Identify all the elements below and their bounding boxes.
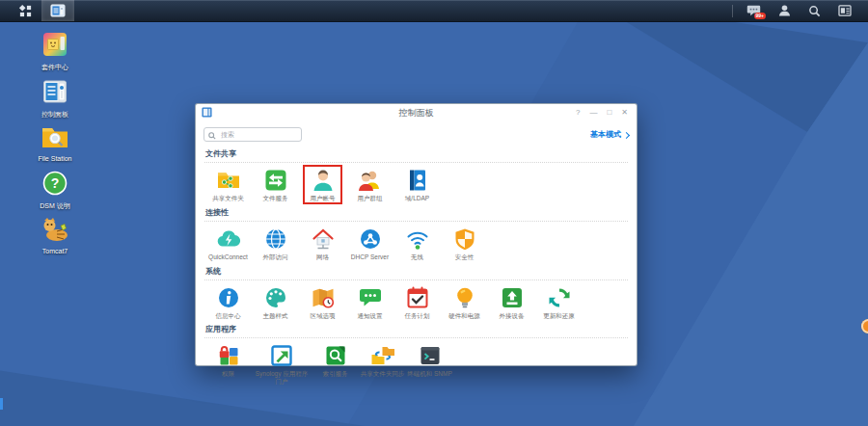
network-icon xyxy=(311,226,336,252)
desktop-icon-column: 套件中心 控制面板 xyxy=(24,31,86,261)
wireless-icon xyxy=(405,226,430,252)
cp-item-hardware-power[interactable]: 硬件和电源 xyxy=(441,285,488,320)
window-title: 控制面板 xyxy=(196,107,637,120)
cp-item-privileges[interactable]: 权限 xyxy=(204,343,252,378)
desktop-icon-label: DSM 说明 xyxy=(40,202,70,210)
regional-options-icon xyxy=(311,285,336,310)
quickconnect-icon xyxy=(216,226,241,252)
cp-item-update-restore[interactable]: 更新和还原 xyxy=(535,285,583,320)
cp-item-security[interactable]: 安全性 xyxy=(441,226,488,261)
desktop-icon-label: 控制面板 xyxy=(41,111,68,119)
shared-folder-icon xyxy=(216,168,241,193)
desktop-icon-label: Tomcat7 xyxy=(42,248,68,255)
desktop-icon-file-station[interactable]: File Station xyxy=(24,124,86,163)
file-station-icon xyxy=(41,124,69,153)
section-header: 文件共享 xyxy=(204,145,628,163)
notification-bubble-icon: 99+ xyxy=(746,4,761,17)
cp-item-terminal-snmp[interactable]: 终端机和 SNMP xyxy=(406,343,453,378)
taskbar: 99+ xyxy=(0,0,868,22)
theme-palette-icon xyxy=(263,285,288,310)
basic-mode-link[interactable]: 基本模式 xyxy=(590,129,629,140)
cp-item-regional-options[interactable]: 区域选项 xyxy=(299,285,346,320)
cp-item-dhcp-server[interactable]: DHCP Server xyxy=(346,226,393,261)
desktop-icon-tomcat7[interactable]: Tomcat7 xyxy=(24,217,86,255)
section-header: 连接性 xyxy=(204,203,628,222)
privileges-lock-icon xyxy=(216,343,241,368)
taskbar-separator xyxy=(732,5,733,17)
user-account-icon xyxy=(311,168,336,193)
external-access-icon xyxy=(263,226,288,252)
section-header: 应用程序 xyxy=(204,320,628,338)
cp-item-domain-ldap[interactable]: 域/LDAP xyxy=(393,168,441,202)
notification-settings-icon xyxy=(358,285,383,310)
desktop-icon-label: File Station xyxy=(38,155,71,163)
cp-item-shared-folder[interactable]: 共享文件夹 xyxy=(204,168,252,202)
chevron-right-icon xyxy=(623,131,630,138)
control-panel-window-icon xyxy=(50,4,66,17)
cp-item-file-services[interactable]: 文件服务 xyxy=(252,168,299,202)
cp-item-application-portal[interactable]: Synology 应用程序门户 xyxy=(252,343,312,386)
search-icon xyxy=(208,126,216,144)
main-menu-icon xyxy=(18,4,33,18)
section-system: 系统 信息中心 xyxy=(204,262,628,321)
close-button[interactable]: ✕ xyxy=(618,106,631,120)
control-panel-content: 文件共享 共享文 xyxy=(196,145,637,388)
control-panel-window: 控制面板 ? — □ ✕ 基本模式 xyxy=(196,104,637,365)
control-panel-icon xyxy=(41,78,68,109)
cp-item-external-devices[interactable]: 外接设备 xyxy=(488,285,535,320)
cp-item-user-account[interactable]: 用户帐号 xyxy=(299,168,346,202)
screen-edge-tab[interactable] xyxy=(0,398,3,410)
cp-item-notification-settings[interactable]: 通知设置 xyxy=(346,285,393,320)
desktop-icon-control-panel[interactable]: 控制面板 xyxy=(24,78,86,119)
folder-sync-icon xyxy=(370,343,395,368)
notification-badge: 99+ xyxy=(754,13,766,19)
help-button[interactable]: ? xyxy=(573,106,583,120)
search-input[interactable] xyxy=(219,130,297,139)
cp-item-info-center[interactable]: 信息中心 xyxy=(204,285,252,320)
cp-item-shared-folder-sync[interactable]: 共享文件夹同步 xyxy=(359,343,406,378)
cp-item-network[interactable]: 网络 xyxy=(299,226,346,261)
section-file-sharing: 文件共享 共享文 xyxy=(204,145,628,203)
file-services-icon xyxy=(263,168,288,193)
cp-item-external-access[interactable]: 外部访问 xyxy=(252,226,299,261)
search-box[interactable] xyxy=(203,127,302,142)
info-center-icon xyxy=(216,285,241,310)
taskbar-app-control-panel-button[interactable] xyxy=(41,0,74,21)
hardware-power-icon xyxy=(452,285,477,310)
cp-item-user-group[interactable]: 用户群组 xyxy=(346,168,393,202)
cp-item-task-scheduler[interactable]: 任务计划 xyxy=(393,285,441,320)
cp-item-indexing-service[interactable]: 索引服务 xyxy=(312,343,359,378)
terminal-icon xyxy=(418,343,443,368)
package-center-icon xyxy=(41,31,68,62)
maximize-button[interactable]: □ xyxy=(604,106,614,120)
user-menu-button[interactable] xyxy=(770,0,800,21)
user-group-icon xyxy=(358,168,383,193)
desktop-icon-package-center[interactable]: 套件中心 xyxy=(24,31,86,71)
section-connectivity: 连接性 QuickConnect xyxy=(204,203,628,262)
widgets-button[interactable] xyxy=(829,0,860,21)
update-restore-icon xyxy=(547,285,572,310)
main-menu-button[interactable] xyxy=(10,0,41,21)
help-icon: ? xyxy=(41,170,68,200)
desktop: 99+ xyxy=(0,0,868,426)
section-applications: 应用程序 权限 xyxy=(204,320,628,386)
minimize-button[interactable]: — xyxy=(586,106,600,120)
external-devices-icon xyxy=(500,285,525,310)
cp-item-wireless[interactable]: 无线 xyxy=(393,226,441,261)
indexing-service-icon xyxy=(323,343,348,368)
search-button[interactable] xyxy=(800,0,829,21)
window-titlebar[interactable]: 控制面板 ? — □ ✕ xyxy=(196,104,637,121)
domain-ldap-icon xyxy=(405,168,430,193)
notifications-button[interactable]: 99+ xyxy=(738,0,770,21)
desktop-icon-label: 套件中心 xyxy=(41,64,68,71)
window-toolbar: 基本模式 xyxy=(196,121,637,145)
dhcp-server-icon xyxy=(358,226,383,252)
cp-item-theme[interactable]: 主题样式 xyxy=(252,285,299,320)
basic-mode-label: 基本模式 xyxy=(590,129,621,140)
tomcat-icon xyxy=(41,217,69,246)
user-icon xyxy=(778,4,791,17)
svg-text:?: ? xyxy=(51,175,60,191)
desktop-icon-dsm-help[interactable]: ? DSM 说明 xyxy=(24,170,86,210)
security-shield-icon xyxy=(452,226,477,252)
cp-item-quickconnect[interactable]: QuickConnect xyxy=(204,226,252,261)
